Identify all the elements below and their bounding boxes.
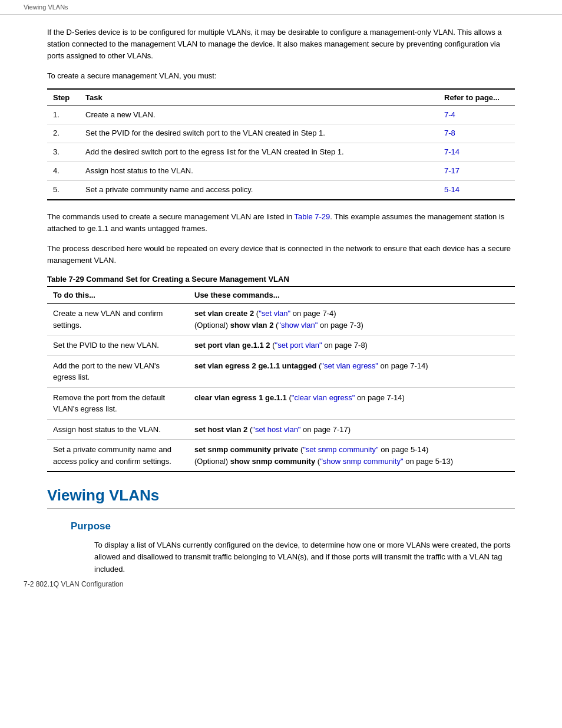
refer-link[interactable]: 5-14	[444, 185, 459, 194]
step-cell: 2.	[47, 124, 80, 143]
refer-link[interactable]: 7-4	[444, 110, 455, 119]
purpose-heading: Purpose	[71, 521, 515, 532]
cmd-table-title: Table 7-29 Command Set for Creating a Se…	[47, 275, 515, 284]
purpose-text: To display a list of VLANs currently con…	[94, 539, 515, 575]
step-table-row: 2. Set the PVID for the desired switch p…	[47, 124, 515, 143]
cmd-table-row: Create a new VLAN and confirm settings. …	[47, 304, 515, 335]
intro-para2: To create a secure management VLAN, you …	[47, 70, 515, 82]
todo-cell: Remove the port from the default VLAN's …	[47, 387, 189, 419]
cmd-link[interactable]: "set host vlan"	[252, 425, 300, 434]
page: Viewing VLANs If the D-Series device is …	[0, 0, 562, 599]
step-col-header: Step	[47, 89, 80, 106]
step-table: Step Task Refer to page... 1. Create a n…	[47, 88, 515, 200]
table-7-29-link[interactable]: Table 7-29	[295, 212, 330, 221]
footer: 7-2 802.1Q VLAN Configuration	[24, 580, 538, 588]
todo-cell: Set a private community name and access …	[47, 440, 189, 472]
body-para2: The process described here would be repe…	[47, 243, 515, 266]
refer-link[interactable]: 7-8	[444, 129, 455, 137]
todo-cell: Assign host status to the VLAN.	[47, 419, 189, 440]
use-cell: set vlan create 2 ("set vlan" on page 7-…	[189, 304, 515, 335]
step-table-row: 1. Create a new VLAN. 7-4	[47, 106, 515, 124]
step-cell: 5.	[47, 180, 80, 199]
task-cell: Assign host status to the VLAN.	[80, 162, 438, 181]
cmd-link[interactable]: "set vlan"	[259, 309, 290, 318]
refer-cell: 5-14	[438, 180, 515, 199]
refer-link[interactable]: 7-17	[444, 166, 459, 175]
step-table-header-row: Step Task Refer to page...	[47, 89, 515, 106]
cmd-link[interactable]: "set snmp community"	[303, 445, 378, 454]
refer-cell: 7-17	[438, 162, 515, 181]
todo-col-header: To do this...	[47, 286, 189, 304]
main-content: If the D-Series device is to be configur…	[0, 15, 562, 599]
cmd-link[interactable]: "clear vlan egress"	[292, 393, 355, 402]
refer-link[interactable]: 7-14	[444, 147, 459, 156]
body-para1: The commands used to create a secure man…	[47, 211, 515, 235]
cmd-table-row: Remove the port from the default VLAN's …	[47, 387, 515, 419]
task-cell: Set a private community name and access …	[80, 180, 438, 199]
use-col-header: Use these commands...	[189, 286, 515, 304]
header-label: Viewing VLANs	[24, 4, 68, 11]
task-cell: Add the desired switch port to the egres…	[80, 143, 438, 162]
refer-cell: 7-14	[438, 143, 515, 162]
cmd-table-row: Add the port to the new VLAN's egress li…	[47, 355, 515, 387]
refer-cell: 7-8	[438, 124, 515, 143]
use-cell: set host vlan 2 ("set host vlan" on page…	[189, 419, 515, 440]
header-bar: Viewing VLANs	[0, 0, 562, 15]
intro-para1: If the D-Series device is to be configur…	[47, 27, 515, 62]
cmd-link[interactable]: "set port vlan"	[275, 341, 322, 350]
step-cell: 1.	[47, 106, 80, 124]
task-cell: Create a new VLAN.	[80, 106, 438, 124]
step-cell: 4.	[47, 162, 80, 181]
use-cell: set vlan egress 2 ge.1.1 untagged ("set …	[189, 355, 515, 387]
use-cell: clear vlan egress 1 ge.1.1 ("clear vlan …	[189, 387, 515, 419]
step-table-row: 3. Add the desired switch port to the eg…	[47, 143, 515, 162]
step-table-row: 4. Assign host status to the VLAN. 7-17	[47, 162, 515, 181]
todo-cell: Create a new VLAN and confirm settings.	[47, 304, 189, 335]
use-cell: set port vlan ge.1.1 2 ("set port vlan" …	[189, 335, 515, 356]
viewing-vlans-heading: Viewing VLANs	[47, 486, 515, 509]
cmd-link[interactable]: "show snmp community"	[320, 457, 403, 466]
use-cell: set snmp community private ("set snmp co…	[189, 440, 515, 472]
body-para1-prefix: The commands used to create a secure man…	[47, 212, 295, 221]
footer-left: 7-2 802.1Q VLAN Configuration	[24, 580, 123, 588]
todo-cell: Set the PVID to the new VLAN.	[47, 335, 189, 356]
cmd-table-header-row: To do this... Use these commands...	[47, 286, 515, 304]
task-col-header: Task	[80, 89, 438, 106]
cmd-table-row: Set a private community name and access …	[47, 440, 515, 472]
todo-cell: Add the port to the new VLAN's egress li…	[47, 355, 189, 387]
refer-col-header: Refer to page...	[438, 89, 515, 106]
cmd-table-row: Assign host status to the VLAN. set host…	[47, 419, 515, 440]
step-table-row: 5. Set a private community name and acce…	[47, 180, 515, 199]
cmd-table-row: Set the PVID to the new VLAN. set port v…	[47, 335, 515, 356]
task-cell: Set the PVID for the desired switch port…	[80, 124, 438, 143]
refer-cell: 7-4	[438, 106, 515, 124]
cmd-link[interactable]: "show vlan"	[278, 321, 318, 330]
step-cell: 3.	[47, 143, 80, 162]
cmd-link[interactable]: "set vlan egress"	[321, 361, 378, 370]
cmd-table: To do this... Use these commands... Crea…	[47, 286, 515, 472]
